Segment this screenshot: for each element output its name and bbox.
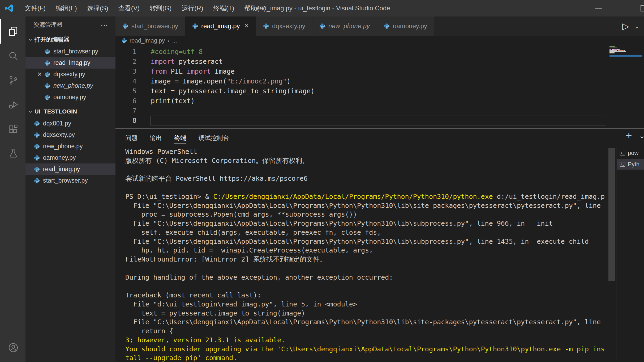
breadcrumb-file[interactable]: read_imag.py [130, 37, 165, 44]
run-dropdown-icon[interactable]: ⌄ [634, 22, 640, 30]
menu-item-3[interactable]: 查看(V) [113, 0, 145, 16]
breadcrumb-more[interactable]: ... [172, 37, 177, 44]
file-item-dqxsexty.py[interactable]: dqxsexty.py [25, 129, 115, 141]
more-actions-icon[interactable]: ⋯ [101, 21, 109, 30]
breadcrumb: read_imag.py › ... [115, 36, 644, 46]
tab-oamoney.py[interactable]: oamoney.py [377, 16, 434, 36]
terminal-text: d:/ui_testlogin/read_imag.p [493, 193, 605, 200]
panel-actions: + ⌄ [626, 130, 641, 142]
minimap[interactable] [609, 46, 642, 57]
terminal-line [125, 165, 607, 174]
terminal-text: C:/Users/dengqianxi/AppData/Local/Progra… [213, 193, 493, 200]
file-item-start_browser.py[interactable]: start_browser.py [25, 175, 115, 186]
account-icon[interactable] [0, 335, 25, 360]
panel-tab-问题[interactable]: 问题 [125, 129, 138, 147]
python-file-icon [319, 23, 325, 29]
menu-item-6[interactable]: 终端(T) [208, 0, 239, 16]
minimap-line [609, 51, 642, 52]
chevron-down-icon [28, 109, 33, 114]
title-bar: 文件(F)编辑(E)选择(S)查看(V)转到(G)运行(R)终端(T)帮助(H)… [0, 0, 644, 16]
python-file-icon [44, 94, 50, 100]
code-token: #coding=utf-8 [151, 48, 203, 56]
file-name: oamoney.py [43, 154, 76, 161]
code-lines: #coding=utf-8import pytesseractfrom PIL … [151, 47, 605, 125]
close-icon[interactable]: ✕ [244, 23, 249, 30]
tab-read_imag.py[interactable]: read_imag.py✕ [185, 16, 256, 36]
tab-label: dqxsexty.py [272, 22, 305, 30]
file-item-read_imag.py[interactable]: read_imag.py [25, 163, 115, 175]
line-number: 3 [115, 66, 136, 76]
close-icon[interactable]: ✕ [37, 71, 44, 78]
folder-header[interactable]: UI_TESTLOGIN [25, 106, 115, 118]
file-name: dqxsexty.py [53, 71, 85, 78]
terminal-line: File "C:\Users\dengqianxi\AppData\Local\… [125, 219, 607, 228]
tab-label: oamoney.py [393, 22, 427, 30]
code-token: (text) [171, 97, 195, 105]
terminal-text: return { [125, 327, 173, 335]
menu-item-1[interactable]: 编辑(E) [51, 0, 82, 16]
minimize-button[interactable] [593, 0, 605, 16]
minimap-line [609, 49, 642, 49]
python-file-icon [192, 23, 198, 29]
search-icon[interactable] [0, 44, 25, 68]
code-token: import [151, 58, 175, 65]
run-button[interactable]: ▷ [622, 21, 629, 31]
testing-icon[interactable] [0, 141, 25, 166]
tab-bar: ▷ ⌄ start_browser.pyread_imag.py✕dqxsext… [115, 16, 644, 36]
terminal-dropdown-icon[interactable]: ⌄ [639, 131, 644, 140]
line-number: 1 [115, 47, 136, 57]
code-token: "E:/imooc2.png" [227, 77, 287, 85]
menu-item-5[interactable]: 运行(R) [177, 0, 208, 16]
panel-tab-终端[interactable]: 终端 [174, 129, 186, 147]
minimap-token [612, 48, 617, 48]
extensions-icon[interactable] [0, 117, 25, 141]
panel-tab-输出[interactable]: 输出 [150, 129, 162, 147]
open-editor-item-start_browser.py[interactable]: start_browser.py [25, 46, 115, 57]
new-terminal-icon[interactable]: + [626, 130, 632, 142]
menu-item-0[interactable]: 文件(F) [20, 0, 51, 16]
terminal-instance-pow[interactable]: pow [617, 148, 644, 158]
file-item-oamoney.py[interactable]: oamoney.py [25, 152, 115, 163]
chevron-down-icon [28, 37, 33, 42]
terminal-instance-Pyth[interactable]: Pyth [617, 159, 644, 170]
terminal-line: File "C:\Users\dengqianxi\AppData\Local\… [125, 237, 607, 246]
menu-item-4[interactable]: 转到(G) [145, 0, 177, 16]
open-editor-item-new_phone.py[interactable]: new_phone.py [25, 80, 115, 91]
maximize-button[interactable] [638, 0, 644, 16]
file-item-dqx001.py[interactable]: dqx001.py [25, 118, 115, 129]
breadcrumb-separator: › [168, 37, 169, 44]
code-token: from [151, 68, 167, 75]
open-editors-header[interactable]: 打开的编辑器 [25, 33, 115, 46]
minimap-token [617, 49, 620, 49]
file-item-new_phone.py[interactable]: new_phone.py [25, 141, 115, 152]
sidebar-header: 资源管理器 ⋯ [25, 16, 115, 33]
terminal-line: Windows PowerShell [125, 147, 607, 156]
menubar: 文件(F)编辑(E)选择(S)查看(V)转到(G)运行(R)终端(T)帮助(H) [20, 0, 271, 16]
python-file-icon [34, 155, 40, 161]
panel-tab-调试控制台[interactable]: 调试控制台 [199, 129, 229, 147]
terminal-line: FileNotFoundError: [WinError 2] 系统找不到指定的… [125, 255, 607, 264]
code-token: pytesseract [175, 58, 223, 65]
terminal-line: text = pytesseract.image_to_string(image… [125, 309, 607, 318]
open-editor-item-read_imag.py[interactable]: read_imag.py [25, 57, 115, 69]
terminal-icon [619, 161, 626, 167]
tab-new_phone.py[interactable]: new_phone.py [312, 16, 377, 36]
terminal-scrollbar[interactable] [608, 148, 615, 281]
open-editor-item-dqxsexty.py[interactable]: ✕dqxsexty.py [25, 69, 115, 80]
terminal-instance-label: pow [628, 150, 638, 157]
terminal-line: self._execute_child(args, executable, pr… [125, 228, 607, 237]
source-control-icon[interactable] [0, 68, 25, 92]
line-number: 4 [115, 76, 136, 86]
code-editor[interactable]: 12345678 #coding=utf-8import pytesseract… [115, 46, 644, 128]
menu-item-2[interactable]: 选择(S) [82, 0, 113, 16]
code-line-6: print(text) [151, 96, 605, 106]
terminal-output[interactable]: Windows PowerShell版权所有 (C) Microsoft Cor… [125, 147, 607, 362]
tab-start_browser.py[interactable]: start_browser.py [115, 16, 185, 36]
terminal-text: hp, ht, pid, tid = _winapi.CreateProcess… [125, 246, 373, 254]
open-editor-item-oamoney.py[interactable]: oamoney.py [25, 91, 115, 103]
tab-dqxsexty.py[interactable]: dqxsexty.py [256, 16, 312, 36]
explorer-icon[interactable] [0, 19, 25, 44]
code-token: import [187, 68, 211, 75]
python-file-icon [44, 60, 50, 66]
run-debug-icon[interactable] [0, 92, 25, 117]
